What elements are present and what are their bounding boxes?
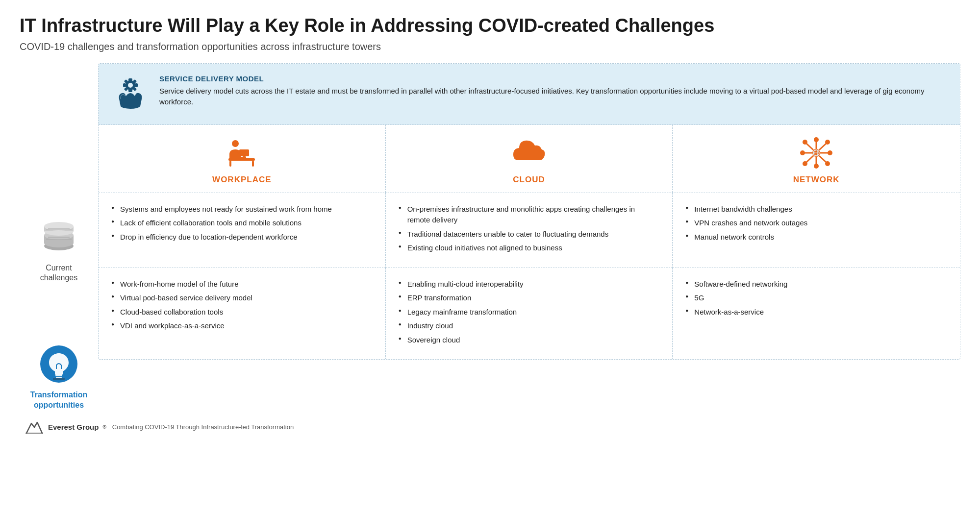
network-challenges-list: Internet bandwidth challenges VPN crashe… [685, 204, 947, 243]
sdm-icon [113, 74, 148, 114]
cloud-challenges-cell: On-premises infrastructure and monolithi… [386, 193, 673, 268]
network-opportunities-list: Software-defined networking 5G Network-a… [685, 279, 947, 318]
svg-point-48 [803, 140, 807, 145]
footer: Everest Group® Combating COVID-19 Throug… [20, 418, 960, 436]
network-challenge-1: Internet bandwidth challenges [685, 204, 947, 215]
page-title: IT Infrastructure Will Play a Key Role i… [20, 15, 960, 37]
workplace-opportunities-list: Work-from-home model of the future Virtu… [111, 279, 373, 332]
workplace-opp-3: Cloud-based collaboration tools [111, 307, 373, 318]
transform-opportunities-icon [37, 342, 81, 386]
cloud-opportunities-cell: Enabling multi-cloud interoperability ER… [386, 268, 673, 360]
cloud-challenge-1: On-premises infrastructure and monolithi… [399, 204, 660, 226]
svg-point-18 [128, 83, 133, 88]
svg-rect-29 [252, 161, 254, 167]
network-icon [797, 136, 836, 170]
cloud-challenge-2: Traditional datacenters unable to cater … [399, 229, 660, 240]
workplace-challenge-2: Lack of efficient collaboration tools an… [111, 218, 373, 229]
workplace-column-header: WORKPLACE [99, 125, 386, 193]
cloud-opp-1: Enabling multi-cloud interoperability [399, 279, 660, 290]
network-opportunities-cell: Software-defined networking 5G Network-a… [673, 268, 960, 360]
footer-brand: Everest Group [48, 423, 99, 431]
svg-point-34 [232, 140, 239, 147]
svg-point-47 [828, 150, 832, 155]
footer-tagline: Combating COVID-19 Through Infrastructur… [112, 423, 294, 431]
sdm-banner: SERVICE DELIVERY MODEL Service delivery … [99, 64, 960, 125]
current-challenges-text: Currentchallenges [40, 263, 78, 284]
network-column-header: NETWORK [673, 125, 960, 193]
workplace-icon [225, 136, 259, 170]
workplace-opp-1: Work-from-home model of the future [111, 279, 373, 290]
workplace-label: WORKPLACE [212, 175, 271, 185]
cloud-opp-2: ERP transformation [399, 293, 660, 304]
cloud-opportunities-list: Enabling multi-cloud interoperability ER… [399, 279, 660, 346]
network-challenges-cell: Internet bandwidth challenges VPN crashe… [673, 193, 960, 268]
workplace-challenges-list: Systems and employees not ready for sust… [111, 204, 373, 243]
svg-line-41 [819, 144, 826, 150]
content-area: SERVICE DELIVERY MODEL Service delivery … [98, 63, 960, 360]
svg-rect-16 [53, 378, 65, 380]
cloud-column-header: CLOUD [386, 125, 673, 193]
current-challenges-icon [37, 215, 81, 259]
svg-rect-21 [123, 83, 126, 87]
svg-point-44 [814, 137, 819, 142]
svg-line-43 [819, 156, 826, 162]
svg-rect-20 [128, 89, 132, 92]
svg-rect-28 [229, 161, 231, 167]
network-challenge-2: VPN crashes and network outages [685, 218, 947, 229]
main-layout: Currentchallenges [20, 63, 960, 411]
sdm-description: Service delivery model cuts across the I… [159, 86, 945, 108]
svg-rect-12 [55, 375, 62, 376]
cloud-opp-4: Industry cloud [399, 320, 660, 332]
svg-point-49 [825, 140, 830, 145]
workplace-challenge-1: Systems and employees not ready for sust… [111, 204, 373, 215]
svg-rect-22 [135, 83, 138, 87]
svg-point-45 [814, 164, 819, 169]
workplace-opp-4: VDI and workplace-as-a-service [111, 320, 373, 332]
svg-rect-19 [128, 78, 132, 81]
workplace-challenge-3: Drop in efficiency due to location-depen… [111, 232, 373, 243]
network-opp-1: Software-defined networking [685, 279, 947, 290]
transform-opportunities-label: Transformationopportunities [25, 342, 93, 411]
footer-logo: Everest Group® [25, 418, 106, 436]
page-subtitle: COVID-19 challenges and transformation o… [20, 41, 960, 52]
svg-line-42 [806, 156, 813, 162]
network-opp-2: 5G [685, 293, 947, 304]
svg-point-50 [803, 161, 807, 166]
sdm-title: SERVICE DELIVERY MODEL [159, 74, 945, 83]
columns-header: WORKPLACE CLOUD [99, 125, 960, 193]
left-labels: Currentchallenges [20, 63, 98, 411]
challenges-row: Systems and employees not ready for sust… [99, 193, 960, 360]
cloud-opp-5: Sovereign cloud [399, 335, 660, 346]
network-label: NETWORK [793, 175, 840, 185]
workplace-opportunities-cell: Work-from-home model of the future Virtu… [99, 268, 386, 360]
cloud-challenges-list: On-premises infrastructure and monolithi… [399, 204, 660, 254]
svg-point-51 [825, 161, 830, 166]
current-challenges-label: Currentchallenges [25, 215, 93, 284]
network-challenge-3: Manual network controls [685, 232, 947, 243]
cloud-icon [509, 136, 549, 170]
cloud-challenge-3: Existing cloud initiatives not aligned t… [399, 243, 660, 254]
network-opp-3: Network-as-a-service [685, 307, 947, 318]
workplace-challenges-cell: Systems and employees not ready for sust… [99, 193, 386, 268]
cloud-label: CLOUD [513, 175, 545, 185]
svg-point-46 [800, 150, 805, 155]
svg-line-40 [806, 144, 813, 150]
transform-opportunities-text: Transformationopportunities [30, 390, 87, 411]
workplace-opp-2: Virtual pod-based service delivery model [111, 293, 373, 304]
sdm-text-block: SERVICE DELIVERY MODEL Service delivery … [159, 74, 945, 108]
cloud-opp-3: Legacy mainframe transformation [399, 307, 660, 318]
